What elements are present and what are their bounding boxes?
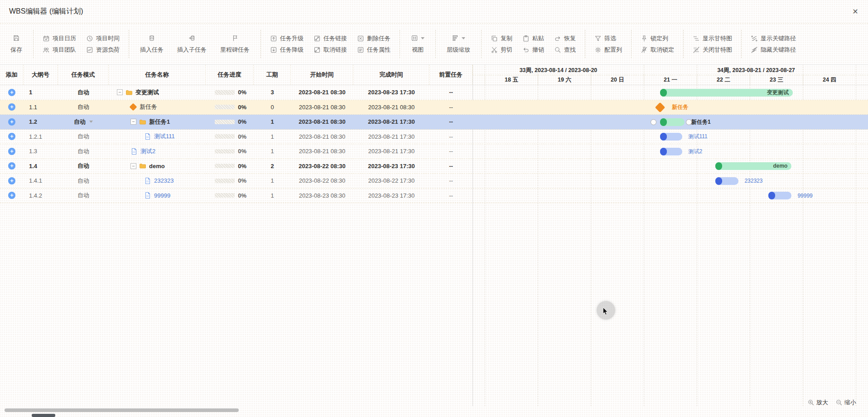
folder-icon bbox=[125, 89, 133, 96]
progress-bar-placeholder bbox=[215, 90, 235, 95]
toolbar-button-milestone-task[interactable]: 里程碑任务 bbox=[213, 34, 256, 54]
toolbar-button-task-downgrade[interactable]: 任务降级 bbox=[270, 46, 304, 54]
toolbar-button-hide-critical-path[interactable]: 隐藏关键路径 bbox=[751, 46, 796, 54]
folder-icon bbox=[139, 118, 146, 126]
toolbar-button-paste[interactable]: 粘贴 bbox=[522, 34, 544, 43]
toolbar-button-cut[interactable]: 剪切 bbox=[491, 46, 512, 54]
gantt-task-bar[interactable] bbox=[768, 192, 791, 199]
toolbar-button-undo[interactable]: 撤销 bbox=[522, 46, 544, 54]
toolbar-button-view[interactable]: 视图 bbox=[404, 34, 431, 54]
collapse-toggle[interactable]: − bbox=[130, 163, 136, 169]
add-task-button[interactable]: + bbox=[8, 133, 15, 140]
toolbar-button-hierarchy-zoom[interactable]: 层级缩放 bbox=[440, 34, 477, 54]
gantt-task-bar[interactable]: 变更测试 bbox=[660, 89, 793, 97]
insert-subtask-icon bbox=[188, 34, 196, 42]
task-row[interactable]: +1.1自动新任务0%02023-08-21 08:302023-08-21 0… bbox=[0, 100, 868, 115]
toolbar-button-show-gantt[interactable]: 显示甘特图 bbox=[693, 34, 732, 43]
toolbar-button-show-critical-path[interactable]: 显示关键路径 bbox=[751, 34, 796, 43]
critical-path-icon bbox=[751, 35, 758, 42]
toolbar-button-unlock-column[interactable]: 取消锁定 bbox=[641, 46, 674, 54]
toolbar-button-label: 剪切 bbox=[501, 46, 512, 54]
toolbar-group: 层级缩放 bbox=[440, 34, 477, 54]
add-task-button[interactable]: + bbox=[8, 177, 15, 184]
gantt-bar-label: 测试111 bbox=[688, 130, 707, 145]
task-row[interactable]: +1.4.2自动999990%12023-08-23 08:302023-08-… bbox=[0, 189, 868, 204]
toolbar-button-project-team[interactable]: 项目团队 bbox=[43, 46, 76, 54]
toolbar-button-config-columns[interactable]: 配置列 bbox=[594, 46, 622, 54]
gantt-task-bar[interactable] bbox=[715, 177, 738, 185]
link-handle-right[interactable] bbox=[686, 119, 692, 125]
toolbar-button-close-gantt[interactable]: 关闭甘特图 bbox=[693, 46, 732, 54]
resource-icon bbox=[86, 46, 93, 53]
toolbar-separator bbox=[129, 30, 129, 58]
name-cell: 99999 bbox=[109, 189, 206, 203]
add-task-button[interactable]: + bbox=[8, 89, 15, 96]
outline-cell: 1.4.2 bbox=[24, 189, 58, 203]
scrollbar-thumb-dark[interactable] bbox=[32, 414, 55, 417]
file-icon bbox=[130, 148, 138, 155]
hierarchy-icon bbox=[452, 34, 465, 42]
toolbar-button-copy[interactable]: 复制 bbox=[491, 34, 512, 43]
toolbar-button-delete-task[interactable]: 删除任务 bbox=[357, 34, 391, 43]
add-cell: + bbox=[0, 159, 24, 174]
toolbar-group: 显示关键路径隐藏关键路径 bbox=[746, 34, 801, 54]
gantt-task-bar[interactable] bbox=[660, 148, 682, 155]
add-task-button[interactable]: + bbox=[8, 192, 15, 199]
toolbar-button-insert-subtask[interactable]: 插入子任务 bbox=[170, 34, 213, 54]
toolbar-group: 项目日历项目团队项目时间资源负荷 bbox=[38, 34, 125, 54]
task-name: 232323 bbox=[154, 177, 174, 184]
task-row[interactable]: +1.2自动−新任务10%12023-08-21 08:302023-08-21… bbox=[0, 115, 868, 130]
toolbar-button-lock-column[interactable]: 锁定列 bbox=[641, 34, 674, 43]
add-cell: + bbox=[0, 100, 24, 115]
add-task-button[interactable]: + bbox=[8, 148, 15, 155]
add-task-button[interactable]: + bbox=[8, 103, 15, 111]
toolbar-button-save[interactable]: 保存 bbox=[4, 34, 29, 54]
start-date-cell: 2023-08-21 08:30 bbox=[291, 115, 353, 129]
close-icon[interactable]: ✕ bbox=[850, 6, 861, 17]
progress-bar-placeholder bbox=[215, 164, 235, 168]
mode-cell: 自动 bbox=[58, 174, 109, 188]
toolbar-button-insert-task[interactable]: 插入任务 bbox=[133, 34, 170, 54]
progress-cell: 0% bbox=[206, 159, 254, 174]
toolbar-button-restore[interactable]: 恢复 bbox=[554, 34, 576, 43]
outline-cell: 1.4.1 bbox=[24, 174, 58, 188]
gantt-task-bar[interactable] bbox=[660, 133, 682, 141]
zoom-out-button[interactable]: 缩小 bbox=[835, 398, 856, 407]
toolbar-button-task-unlink[interactable]: 取消链接 bbox=[313, 46, 347, 54]
start-date-cell: 2023-08-21 08:30 bbox=[291, 130, 353, 144]
mode-cell: 自动 bbox=[58, 85, 109, 100]
gantt-bar-progress-cap bbox=[660, 118, 667, 126]
finish-date-cell: 2023-08-21 17:30 bbox=[353, 144, 429, 159]
gantt-day-header: 23 三 bbox=[750, 75, 803, 85]
file-icon bbox=[144, 192, 151, 199]
add-task-button[interactable]: + bbox=[8, 162, 15, 170]
task-row[interactable]: +1.3自动测试20%12023-08-21 08:302023-08-21 1… bbox=[0, 144, 868, 159]
mode-dropdown-icon[interactable] bbox=[89, 121, 93, 123]
toolbar-column: 粘贴撤销 bbox=[522, 34, 544, 54]
toolbar-column: 任务链接取消链接 bbox=[313, 34, 347, 54]
toolbar-button-filter[interactable]: 筛选 bbox=[594, 34, 622, 43]
toolbar-button-project-time[interactable]: 项目时间 bbox=[86, 34, 120, 43]
collapse-toggle[interactable]: − bbox=[117, 89, 123, 95]
toolbar-button-label: 查找 bbox=[564, 46, 576, 54]
toolbar-button-task-props[interactable]: 任务属性 bbox=[357, 46, 391, 54]
horizontal-scrollbar[interactable] bbox=[5, 408, 239, 412]
task-row[interactable]: +1.2.1自动测试1110%12023-08-21 08:302023-08-… bbox=[0, 130, 868, 145]
zoom-in-button[interactable]: 放大 bbox=[807, 398, 828, 407]
add-cell: + bbox=[0, 115, 24, 129]
toolbar-button-resource-load[interactable]: 资源负荷 bbox=[86, 46, 120, 54]
toolbar-button-project-calendar[interactable]: 项目日历 bbox=[43, 34, 76, 43]
toolbar-button-task-upgrade[interactable]: 任务升级 bbox=[270, 34, 304, 43]
progress-value: 0% bbox=[238, 133, 246, 140]
gantt-task-bar[interactable]: demo bbox=[715, 162, 791, 170]
add-task-button[interactable]: + bbox=[8, 118, 15, 126]
folder-icon bbox=[139, 162, 146, 170]
toolbar-button-label: 配置列 bbox=[604, 46, 622, 54]
collapse-toggle[interactable]: − bbox=[130, 119, 136, 125]
undo-icon bbox=[522, 46, 530, 53]
toolbar-button-task-link[interactable]: 任务链接 bbox=[313, 34, 347, 43]
column-header-8: 完成时间 bbox=[353, 65, 429, 85]
toolbar-separator bbox=[435, 30, 436, 58]
toolbar-button-find[interactable]: 查找 bbox=[554, 46, 576, 54]
gantt-task-bar[interactable] bbox=[660, 118, 685, 126]
